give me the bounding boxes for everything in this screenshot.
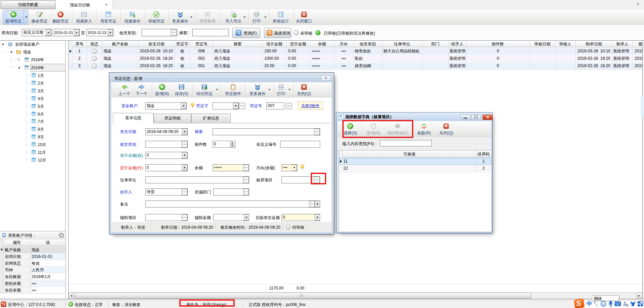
svg-text:2: 2: [627, 304, 628, 307]
